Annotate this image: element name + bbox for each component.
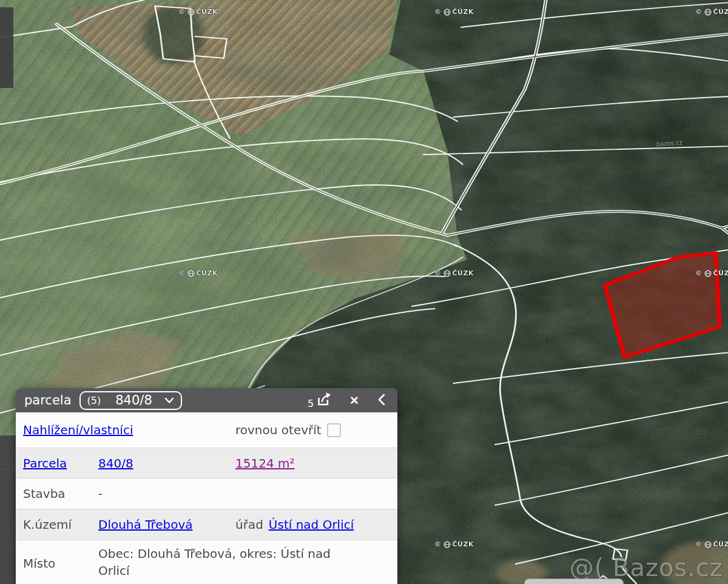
- row-misto: Místo Obec: Dlouhá Třebová, okres: Ústí …: [16, 540, 397, 584]
- close-icon: ✕: [349, 394, 359, 408]
- row-nahlizeni: Nahlížení/vlastníci rovnou otevřít: [16, 412, 397, 448]
- share-count-badge: 5: [308, 398, 314, 409]
- parcel-info-panel: parcela (5) 840/8 5 ✕: [16, 388, 397, 584]
- rovnou-otevrit-label: rovnou otevřít: [235, 423, 322, 437]
- map-control-handle[interactable]: [524, 579, 624, 584]
- urad-link[interactable]: Ústí nad Orlicí: [269, 517, 354, 532]
- panel-title: parcela: [24, 393, 72, 408]
- share-button[interactable]: [315, 391, 332, 409]
- close-button[interactable]: ✕: [349, 394, 359, 408]
- chevron-left-icon: [377, 394, 385, 408]
- bazos-watermark: @( Bazos.cz: [570, 554, 723, 582]
- row-parcela: Parcela 840/8 15124 m²: [16, 448, 397, 478]
- row-stavba: Stavba -: [16, 478, 397, 509]
- left-edge-overlay-bottom: [0, 435, 16, 584]
- collapse-button[interactable]: [377, 394, 385, 408]
- row-kuzemi: K.území Dlouhá Třebová úřad Ústí nad Orl…: [16, 509, 397, 540]
- parcel-selector-dropdown[interactable]: (5) 840/8: [79, 391, 182, 410]
- selector-count: (5): [87, 395, 101, 406]
- parcela-link[interactable]: Parcela: [23, 456, 98, 471]
- cadastral-map-app: ©ČÚZK ©ČÚZK ©ČÚZK ©ČÚZK ©ČÚZK ©ČÚZK ©ČÚZ…: [0, 0, 728, 584]
- stavba-value: -: [98, 486, 235, 501]
- stavba-label: Stavba: [23, 486, 98, 501]
- misto-label: Místo: [23, 556, 98, 571]
- kuzemi-link[interactable]: Dlouhá Třebová: [98, 517, 235, 532]
- nahlizeni-vlastnici-link[interactable]: Nahlížení/vlastníci: [23, 423, 235, 437]
- misto-value: Obec: Dlouhá Třebová, okres: Ústí nad Or…: [98, 540, 348, 579]
- parcel-number-link[interactable]: 840/8: [98, 456, 235, 471]
- selector-value: 840/8: [115, 393, 152, 408]
- parcel-area-link[interactable]: 15124 m²: [235, 456, 397, 471]
- left-edge-overlay-top: [0, 7, 13, 88]
- chevron-down-icon: [164, 397, 174, 404]
- urad-label: úřad: [235, 517, 263, 532]
- share-icon: [315, 391, 332, 409]
- kuzemi-label: K.území: [23, 517, 98, 532]
- open-directly-checkbox[interactable]: [327, 423, 341, 437]
- panel-header: parcela (5) 840/8 5 ✕: [16, 388, 397, 412]
